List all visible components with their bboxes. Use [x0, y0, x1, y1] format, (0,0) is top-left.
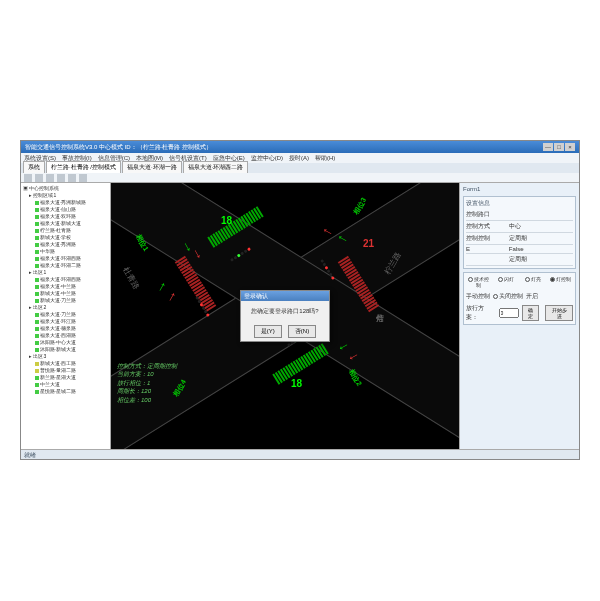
tree-item[interactable]: 福泉大道·秀洲新城路	[21, 199, 110, 206]
prop-row[interactable]: 定周期	[466, 254, 573, 266]
tree-item[interactable]: 福泉大道·环湖西路	[21, 276, 110, 283]
ctrl-opt[interactable]: 灯亮	[521, 275, 546, 289]
prop-row[interactable]: 控制路口	[466, 209, 573, 221]
settings-group: 设置信息 控制路口 控制方式中心 控制控制定周期 EFalse 定周期	[463, 196, 576, 269]
countdown-bottom: 18	[291, 378, 302, 389]
ctrl-opt[interactable]: 闪灯	[493, 275, 518, 289]
tree-item[interactable]: 福泉大道·穗泉路	[21, 325, 110, 332]
plan-input[interactable]	[499, 308, 519, 318]
tool-icon[interactable]	[57, 174, 65, 182]
window-title: 智能交通信号控制系统V3.0 中心模式 ID：（柠兰路·杜青路 控制模式）	[25, 143, 212, 152]
intersection-canvas[interactable]: ↓ ↓ ↑ ↑ ← ← ← ← 杜青路 柠兰路 信号灯 相位1 相位2 相位3 …	[111, 183, 459, 449]
tree-item[interactable]: 福泉大道·环湖二路	[21, 262, 110, 269]
tool-icon[interactable]	[35, 174, 43, 182]
tree-item[interactable]: 福泉大道·环江路	[21, 318, 110, 325]
tab-intersection-2[interactable]: 福泉大道·环湖一路	[122, 161, 182, 173]
prop-row[interactable]: 控制控制定周期	[466, 233, 573, 245]
tool-icon[interactable]	[46, 174, 54, 182]
menu-time[interactable]: 授时(A)	[289, 154, 309, 163]
app-window: 智能交通信号控制系统V3.0 中心模式 ID：（柠兰路·杜青路 控制模式） — …	[20, 140, 580, 460]
tree-item[interactable]: 新城大道·西工路	[21, 360, 110, 367]
dialog-no-button[interactable]: 否(N)	[288, 325, 316, 338]
close-button[interactable]: ×	[565, 143, 575, 151]
tree-item[interactable]: 中华路	[21, 248, 110, 255]
tree-item[interactable]: 星悦路·星城二路	[21, 388, 110, 395]
tab-intersection-3[interactable]: 福泉大道·环湖西二路	[183, 161, 249, 173]
tree-item[interactable]: 新城大道·刀兰路	[21, 297, 110, 304]
menu-monitor[interactable]: 监控中心(D)	[251, 154, 283, 163]
toolbar	[21, 173, 579, 183]
step-button[interactable]: 开始步进	[545, 305, 573, 321]
manual-opt[interactable]: 开启	[526, 292, 538, 301]
dialog-message: 您确定要登录路口128吗?	[241, 301, 329, 322]
tool-icon[interactable]	[79, 174, 87, 182]
tree-item[interactable]: 福泉大道·西湖路	[21, 332, 110, 339]
tree-item[interactable]: 沐阳路·新城大道	[21, 346, 110, 353]
tree-item[interactable]: 福泉大道·秀洲路	[21, 241, 110, 248]
tabbar: 系统 柠兰路·杜青路 /控制模式 福泉大道·环湖一路 福泉大道·环湖西二路	[21, 163, 579, 173]
control-info-box: 控制方式：定周期控制 当前方案：10 放行相位：1 周期长：120 相位差：10…	[117, 362, 177, 404]
maximize-button[interactable]: □	[554, 143, 564, 151]
tree-item[interactable]: 福泉大道·仙山路	[21, 206, 110, 213]
ctrl-opt[interactable]: 灯控制	[548, 275, 573, 289]
tree-group[interactable]: ▸ 出区2	[21, 304, 110, 311]
tree-group[interactable]: ▸ 出区3	[21, 353, 110, 360]
tree-item[interactable]: 中兰大道	[21, 381, 110, 388]
tree-item[interactable]: 沐阳路·中心大道	[21, 339, 110, 346]
panel-title: Form1	[463, 186, 576, 192]
tree-item[interactable]: 福泉大道·新城大道	[21, 220, 110, 227]
statusbar: 就绪	[21, 449, 579, 459]
tab-system[interactable]: 系统	[23, 161, 45, 173]
manual-opt[interactable]: 关闭控制	[493, 292, 523, 301]
arrow-icon: ↑	[155, 277, 169, 294]
tree-item[interactable]: 柠兰路·杜青路	[21, 227, 110, 234]
ctrl-opt[interactable]: 技术控制	[466, 275, 491, 289]
dialog-yes-button[interactable]: 是(Y)	[254, 325, 282, 338]
countdown-right: 21	[363, 238, 374, 249]
settings-group-title: 设置信息	[466, 199, 573, 208]
menu-help[interactable]: 帮助(H)	[315, 154, 335, 163]
tree-group[interactable]: ▸ 出区1	[21, 269, 110, 276]
tree-item[interactable]: 福泉大道·环湖西路	[21, 255, 110, 262]
tree-item[interactable]: 普悦路·量湖二路	[21, 367, 110, 374]
tree-item[interactable]: 福泉大道·中兰路	[21, 283, 110, 290]
tree: ▣ 中心控制系统 ▸ 控制区域1 福泉大道·秀洲新城路 福泉大道·仙山路 福泉大…	[21, 185, 110, 395]
tool-icon[interactable]	[68, 174, 76, 182]
road-label-nw: 杜青路	[120, 265, 142, 291]
prop-row[interactable]: 控制方式中心	[466, 221, 573, 233]
arrow-icon: ↑	[165, 287, 179, 304]
tree-root[interactable]: ▣ 中心控制系统	[21, 185, 110, 192]
tree-item[interactable]: 新兰路·星湖大道	[21, 374, 110, 381]
control-group: 技术控制 闪灯 灯亮 灯控制 手动控制 关闭控制 开启 放行方案： 确定 开始步…	[463, 272, 576, 325]
sidebar: ▣ 中心控制系统 ▸ 控制区域1 福泉大道·秀洲新城路 福泉大道·仙山路 福泉大…	[21, 183, 111, 449]
titlebar: 智能交通信号控制系统V3.0 中心模式 ID：（柠兰路·杜青路 控制模式） — …	[21, 141, 579, 153]
apply-button[interactable]: 确定	[522, 305, 540, 321]
minimize-button[interactable]: —	[543, 143, 553, 151]
prop-row[interactable]: EFalse	[466, 245, 573, 254]
tree-item[interactable]: 福泉大道·刀兰路	[21, 311, 110, 318]
body: ▣ 中心控制系统 ▸ 控制区域1 福泉大道·秀洲新城路 福泉大道·仙山路 福泉大…	[21, 183, 579, 449]
right-panel: Form1 设置信息 控制路口 控制方式中心 控制控制定周期 EFalse 定周…	[459, 183, 579, 449]
tab-intersection-1[interactable]: 柠兰路·杜青路 /控制模式	[46, 161, 121, 173]
tree-item[interactable]: 福泉大道·双环路	[21, 213, 110, 220]
tree-group[interactable]: ▸ 控制区域1	[21, 192, 110, 199]
tree-item[interactable]: 新城大道·中兰路	[21, 290, 110, 297]
countdown-top: 18	[221, 215, 232, 226]
tool-icon[interactable]	[24, 174, 32, 182]
tree-item[interactable]: 新城大道·学校	[21, 234, 110, 241]
dialog-title: 登录确认	[241, 291, 329, 301]
phase-label-3: 相位3	[351, 196, 369, 216]
confirm-dialog: 登录确认 您确定要登录路口128吗? 是(Y) 否(N)	[240, 290, 330, 342]
plan-label: 放行方案：	[466, 304, 496, 322]
manual-label: 手动控制	[466, 292, 490, 301]
